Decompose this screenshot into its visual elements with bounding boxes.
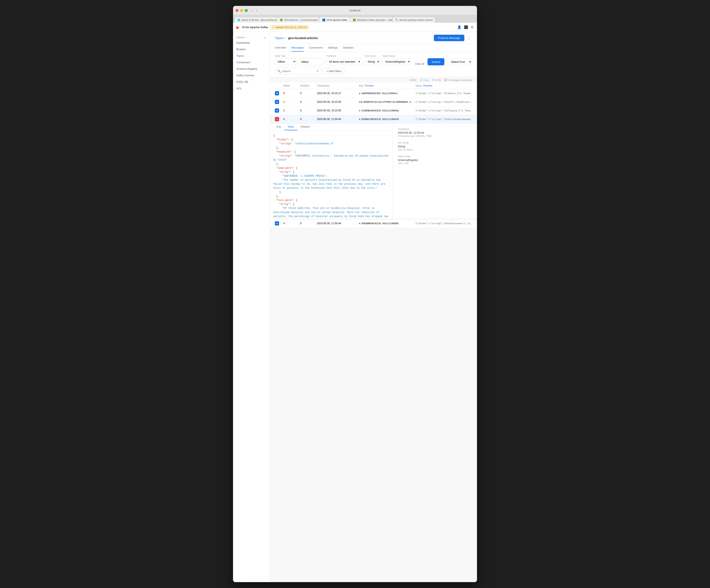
forward-button[interactable]: › xyxy=(255,8,258,13)
table-row[interactable]: + 4 0 2023-05-30, 11:50:44 ≡ 2KBSWNE0020… xyxy=(270,219,477,228)
order-select[interactable]: Oldest First Newest First xyxy=(448,60,472,64)
meta-timestamp: Timestamp 2023-05-30, 11:50:44 Timestamp… xyxy=(398,128,472,137)
user-icon[interactable]: 👤 xyxy=(457,25,462,29)
partitions-label: Partitions xyxy=(327,55,362,57)
tab-messages[interactable]: Messages xyxy=(291,44,304,52)
partitions-select-wrapper[interactable]: All items are selected. ▾ xyxy=(327,58,362,65)
table-row[interactable]: + 1 0 2023-05-30, 10:15:26 ≡☰ 0E0BF957A1… xyxy=(270,98,477,106)
timestamp-1: 2023-05-30, 10:15:26 xyxy=(317,100,359,103)
app-logo-icon: ▶ xyxy=(236,25,240,30)
key-serde-select[interactable]: String xyxy=(365,58,380,65)
key-serde-meta-sub: Size: 31 Bytes xyxy=(398,148,472,151)
more-options-button[interactable]: ⋮ xyxy=(466,34,472,41)
expand-row-0-button[interactable]: + xyxy=(275,91,279,95)
offset-2: 2 xyxy=(283,109,300,112)
search-input[interactable] xyxy=(282,70,315,73)
clear-all-button[interactable]: Clear all xyxy=(413,63,426,65)
filter-bar: Seek Type Offset Timestamp Latest Earlie… xyxy=(270,52,477,77)
sidebar-collapse-icon[interactable]: ▲ xyxy=(264,36,266,39)
back-button[interactable]: ‹ xyxy=(250,8,254,13)
gcp-tab-icon: 🟢 xyxy=(280,19,283,21)
meta-value-serde: Value Serde SchemaRegistry Size: 2 KB xyxy=(398,155,472,165)
tab-overview[interactable]: Overview xyxy=(275,44,286,52)
panel-tab-headers[interactable]: Headers xyxy=(298,124,313,130)
tab-statistics[interactable]: Statistics xyxy=(343,44,354,52)
sidebar-item-consumers[interactable]: Consumers xyxy=(233,59,269,66)
clear-search-icon[interactable]: ✕ xyxy=(316,69,319,73)
browser-tab-kafka[interactable]: 🟦 UI for Apache Kafka xyxy=(320,17,350,23)
submit-button[interactable]: Submit xyxy=(428,58,444,65)
offset-input[interactable] xyxy=(299,58,324,65)
tab-consumers[interactable]: Consumers xyxy=(309,44,323,52)
expand-row-3-button[interactable]: − xyxy=(275,117,279,121)
col-key: Key Preview xyxy=(359,84,416,87)
browser-tab-markdown[interactable]: 🟩 Markdown Tables generator – TablesGene… xyxy=(350,17,392,23)
table-header: Offset Partition Timestamp Key Preview V… xyxy=(270,82,477,89)
seek-type-label: Seek Type xyxy=(275,55,296,57)
value-0: {"folder":{"string":"Products_2"},"headl… xyxy=(416,92,472,95)
sidebar-item-dashboard[interactable]: Dashboard xyxy=(233,40,269,46)
expand-row-4-button[interactable]: + xyxy=(275,221,279,225)
azure-tab-icon: 🌐 xyxy=(237,19,240,21)
partitions-dropdown-icon: ▾ xyxy=(359,60,360,63)
settings-icon[interactable]: ⚙ xyxy=(471,25,474,29)
expanded-panel: Key Value Headers { "folder": { "string"… xyxy=(270,124,477,219)
sidebar-item-schema-registry[interactable]: Schema Registry xyxy=(233,66,269,72)
commit-badge: ⚠ fdd9ad9 2023-05-11, 10:02:15 xyxy=(270,25,309,29)
maximize-button[interactable] xyxy=(245,9,248,12)
messages-status: 💬 6 messages consumed xyxy=(444,79,472,81)
col-expand xyxy=(275,84,283,87)
minimize-button[interactable] xyxy=(240,9,243,12)
value-3: {"folder":{"string":"InfectiousDiseaseHu… xyxy=(416,118,472,121)
status-bar: DONE 🕐 2 ms ⬇ 32 KB 💬 6 messages consume… xyxy=(270,77,477,82)
toolbar-right: 👤 ⬛ ⚙ xyxy=(457,25,474,29)
panel-tab-key[interactable]: Key xyxy=(273,124,284,130)
main-window: ‹ › localhost 🌐 Select a VM size - Micro… xyxy=(233,6,477,582)
sidebar-item-topics[interactable]: Topics xyxy=(233,52,269,59)
value-serde-select[interactable]: SchemaRegistry xyxy=(383,58,410,65)
key-serde-meta-value: String xyxy=(398,145,472,148)
value-preview-link[interactable]: Preview xyxy=(423,84,432,87)
brokers-label: Brokers xyxy=(236,48,246,51)
browser-tab-gcp[interactable]: 🟢 VM Instances – Compute Engine – phx-ng… xyxy=(277,17,319,23)
github-icon[interactable]: ⬛ xyxy=(464,25,468,29)
sidebar-item-brokers[interactable]: Brokers xyxy=(233,46,269,52)
key-serde-label: Key Serde xyxy=(365,55,380,57)
key-0: ≡ 2AAP0000020305 01ej51006hd xyxy=(359,92,416,95)
seek-type-select[interactable]: Offset Timestamp Latest Earliest xyxy=(275,58,296,65)
add-filters-button[interactable]: + Add Filters xyxy=(323,68,345,74)
table-row[interactable]: + 0 0 2023-05-30, 10:15:17 ≡ 2AAP0000020… xyxy=(270,89,477,98)
timestamp-meta-label: Timestamp xyxy=(398,128,472,130)
sidebar-item-ksql-db[interactable]: KSQL DB xyxy=(233,79,269,85)
done-status: DONE xyxy=(410,79,417,81)
key-preview-link[interactable]: Preview xyxy=(365,84,374,87)
value-serde-meta-sub: Size: 2 KB xyxy=(398,162,472,165)
messages-icon: 💬 xyxy=(444,79,447,81)
commit-timestamp: 2023-05-11, 10:02:15 xyxy=(285,26,307,29)
table-row[interactable]: − 3 0 2023-05-30, 11:50:44 ≡ 2EURAUT0020… xyxy=(270,115,477,124)
offset-4: 4 xyxy=(283,222,300,225)
col-offset: Offset xyxy=(283,84,300,87)
browser-tab-azure[interactable]: 🌐 Select a VM size - Microsoft Azure xyxy=(235,17,277,23)
tab-settings[interactable]: Settings xyxy=(328,44,338,52)
key-2: ≡ 2CADONL0020230 501ej510005p xyxy=(359,109,416,112)
sidebar-cluster-label: local xyxy=(236,36,244,39)
browser-tab-retool[interactable]: 🔧 Review pending articles | Retool xyxy=(393,17,435,23)
download-icon: ⬇ xyxy=(432,79,434,81)
partition-0: 0 xyxy=(300,92,317,95)
header-actions: Produce Message ⋮ xyxy=(434,34,472,41)
address-bar[interactable]: localhost xyxy=(350,9,360,12)
value-2: {"folder":{"string":"Influenza_S"},"head… xyxy=(416,109,472,112)
close-button[interactable] xyxy=(236,9,238,12)
seek-type-select-wrapper: Offset Timestamp Latest Earliest xyxy=(275,58,296,65)
expand-row-2-button[interactable]: + xyxy=(275,108,279,113)
messages-table: Offset Partition Timestamp Key Preview V… xyxy=(270,82,477,228)
panel-tab-value[interactable]: Value xyxy=(284,124,298,130)
sidebar-item-kafka-connect[interactable]: Kafka Connect xyxy=(233,72,269,79)
breadcrumb-topics-link[interactable]: Topics xyxy=(275,36,284,40)
sidebar-item-acl[interactable]: ACL xyxy=(233,85,269,92)
produce-message-button[interactable]: Produce Message xyxy=(434,35,464,41)
table-row[interactable]: + 2 0 2023-05-30, 10:15:35 ≡ 2CADONL0020… xyxy=(270,106,477,115)
value-4: {"folder":{"string":"OtherDiseases"},"he… xyxy=(416,222,472,225)
expand-row-1-button[interactable]: + xyxy=(275,100,279,104)
